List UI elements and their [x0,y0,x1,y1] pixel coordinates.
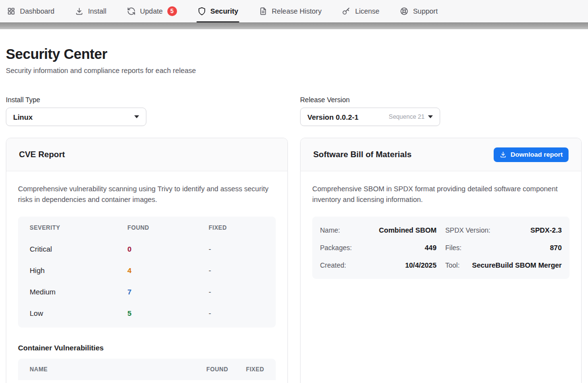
filters-row: Install Type Linux Release Version Versi… [6,96,582,126]
detail-label: Files: [445,244,462,252]
container-vulnerabilities-header: NAME FOUND FIXED [18,359,276,380]
nav-item-label: Release History [272,7,321,15]
detail-value: 10/4/2025 [405,261,437,269]
column-header-fixed: FIXED [228,366,264,373]
cve-report-header: CVE Report [6,138,287,171]
detail-label: Tool: [445,261,460,269]
detail-label: Name: [320,226,340,234]
shield-icon [197,7,206,16]
nav-item-update[interactable]: Update 5 [127,0,177,22]
sbom-detail-packages: Packages: 449 [320,239,437,256]
nav-item-label: License [355,7,379,15]
download-icon [499,151,507,158]
column-header-fixed: FIXED [209,224,264,231]
release-version-value: Version 0.0.2-1 [307,113,358,121]
column-header-name: NAME [30,366,189,373]
sbom-detail-spdx-version: SPDX Version: SPDX-2.3 [445,221,562,239]
sbom-header: Software Bill of Materials Download repo… [301,138,581,171]
window-divider [0,22,588,29]
column-header-found: FOUND [127,224,209,231]
cve-report-title: CVE Report [19,150,65,160]
detail-label: Created: [320,261,346,269]
nav-item-security[interactable]: Security [197,0,238,22]
nav-item-label: Security [211,7,238,15]
page-subtitle: Security information and compliance repo… [6,67,582,74]
nav-item-label: Update [140,7,163,15]
chevron-down-icon [428,115,433,118]
security-center-page: Security Center Security information and… [0,29,588,383]
install-type-label: Install Type [6,96,288,104]
install-type-filter: Install Type Linux [6,96,288,126]
fixed-count: - [209,245,264,253]
detail-label: Packages: [320,244,352,252]
nav-item-label: Install [88,7,107,15]
severity-label: Low [30,309,127,317]
table-row: Critical 0 - [18,238,276,259]
sequence-hint: Sequence 21 [389,113,425,120]
container-vulnerabilities-title: Container Vulnerabilities [18,344,276,352]
table-row: Low 5 - [18,302,276,324]
found-count: 4 [127,266,209,274]
download-report-label: Download report [511,151,563,158]
severity-table: SEVERITY FOUND FIXED Critical 0 - High 4… [18,217,276,328]
found-count: 5 [127,309,209,317]
install-type-select[interactable]: Linux [6,108,146,126]
severity-label: High [30,266,127,274]
release-version-select[interactable]: Version 0.0.2-1 Sequence 21 [300,108,440,126]
sbom-detail-created: Created: 10/4/2025 [320,256,437,274]
page-title: Security Center [6,46,582,62]
nav-item-support[interactable]: Support [400,0,438,22]
fixed-count: - [209,288,264,296]
cve-report-body: Comprehensive vulnerability scanning usi… [6,171,287,383]
sbom-body: Comprehensive SBOM in SPDX format provid… [301,171,581,292]
nav-item-label: Support [413,7,438,15]
fixed-count: - [209,266,264,274]
nav-item-label: Dashboard [20,7,54,15]
life-buoy-icon [400,7,409,16]
detail-value: Combined SBOM [379,226,436,234]
detail-value: SecureBuild SBOM Merger [472,261,562,269]
column-header-found: FOUND [189,366,228,373]
nav-item-dashboard[interactable]: Dashboard [7,0,54,22]
sbom-title: Software Bill of Materials [313,150,411,160]
install-type-value: Linux [13,113,33,121]
nav-item-license[interactable]: License [342,0,379,22]
detail-label: SPDX Version: [445,226,491,234]
refresh-icon [127,7,136,16]
download-report-button[interactable]: Download report [494,147,569,162]
severity-label: Critical [30,245,127,253]
chevron-down-icon [134,115,139,118]
update-count-badge: 5 [167,6,177,16]
release-version-filter: Release Version Version 0.0.2-1 Sequence… [300,96,582,126]
sbom-card: Software Bill of Materials Download repo… [300,138,582,383]
cve-report-card: CVE Report Comprehensive vulnerability s… [6,138,288,383]
severity-table-header: SEVERITY FOUND FIXED [18,218,276,238]
nav-item-release-history[interactable]: Release History [259,0,321,22]
document-icon [259,7,267,16]
table-row: High 4 - [18,259,276,281]
found-count: 7 [127,288,209,296]
dashboard-grid-icon [7,7,16,16]
fixed-count: - [209,309,264,317]
sbom-detail-files: Files: 870 [445,239,562,256]
detail-value: 449 [425,244,436,252]
release-version-label: Release Version [300,96,582,104]
severity-label: Medium [30,288,127,296]
sbom-detail-name: Name: Combined SBOM [320,221,437,239]
cve-report-description: Comprehensive vulnerability scanning usi… [18,184,273,205]
detail-value: 870 [550,244,562,252]
nav-item-install[interactable]: Install [75,0,107,22]
detail-value: SPDX-2.3 [531,226,562,234]
sbom-description: Comprehensive SBOM in SPDX format provid… [312,184,568,205]
sbom-detail-tool: Tool: SecureBuild SBOM Merger [445,256,562,274]
sbom-details: Name: Combined SBOM SPDX Version: SPDX-2… [312,217,570,279]
top-navigation: Dashboard Install Update 5 Security Rele… [0,0,588,22]
download-icon [75,7,84,16]
report-cards: CVE Report Comprehensive vulnerability s… [6,138,582,383]
found-count: 0 [127,245,209,253]
key-icon [342,7,351,16]
table-row: Medium 7 - [18,281,276,302]
column-header-severity: SEVERITY [30,224,127,231]
